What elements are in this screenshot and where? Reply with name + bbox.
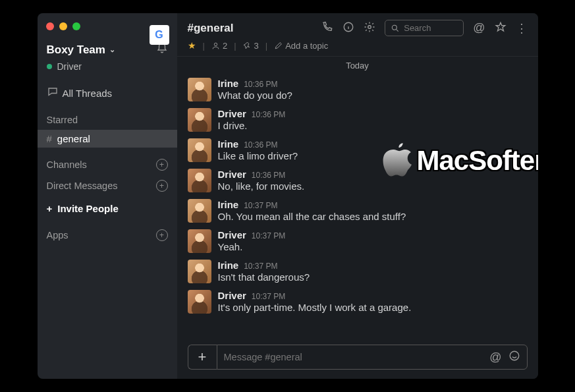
message-timestamp: 10:36 PM <box>252 110 285 119</box>
app-window: G Boxy Team ⌄ Driver All Threads Starred… <box>38 13 538 379</box>
search-icon <box>391 24 400 33</box>
message-composer: + @ <box>188 345 528 370</box>
members-count[interactable]: 2 <box>211 41 227 51</box>
avatar[interactable] <box>188 290 211 314</box>
call-icon[interactable] <box>321 21 333 36</box>
message-username[interactable]: Irine <box>218 138 239 150</box>
add-dm-button[interactable]: + <box>156 180 168 192</box>
emoji-button[interactable] <box>508 350 520 365</box>
add-topic-label: Add a topic <box>285 41 328 51</box>
message-text: I drive. <box>218 120 528 131</box>
all-threads-label: All Threads <box>63 88 113 99</box>
add-app-button[interactable]: + <box>156 229 168 241</box>
channel-name: general <box>57 133 90 144</box>
avatar[interactable] <box>188 169 211 192</box>
message-row: Driver10:36 PMNo, like, for movies. <box>188 165 528 196</box>
channel-header: #general @ ⋮ ★ | <box>177 13 538 57</box>
sidebar: G Boxy Team ⌄ Driver All Threads Starred… <box>38 13 177 379</box>
message-row: Driver10:37 PMIt's only part-time. Mostl… <box>188 287 528 317</box>
message-row: Driver10:36 PMI drive. <box>188 105 528 135</box>
message-text: Like a limo driver? <box>218 150 528 161</box>
avatar[interactable] <box>188 199 211 223</box>
mention-button[interactable]: @ <box>489 350 501 364</box>
invite-people-link[interactable]: + Invite People <box>38 196 177 221</box>
add-topic-button[interactable]: Add a topic <box>274 41 328 51</box>
message-row: Irine10:37 PMOh. You mean all the car ch… <box>188 196 528 226</box>
date-divider: Today <box>177 57 538 72</box>
channel-title[interactable]: #general <box>188 22 234 35</box>
message-username[interactable]: Irine <box>218 78 239 89</box>
team-switcher[interactable]: Boxy Team ⌄ <box>47 43 115 57</box>
message-username[interactable]: Irine <box>218 199 239 210</box>
message-row: Driver10:37 PMYeah. <box>188 226 528 256</box>
apps-label: Apps <box>47 230 68 240</box>
message-timestamp: 10:37 PM <box>252 231 285 240</box>
all-threads-link[interactable]: All Threads <box>38 80 177 107</box>
translate-app-badge[interactable]: G <box>150 25 169 45</box>
avatar[interactable] <box>188 260 211 283</box>
channel-item-general[interactable]: #general <box>38 130 177 148</box>
message-timestamp: 10:36 PM <box>244 140 277 150</box>
message-row: Irine10:37 PMIsn't that dangerous? <box>188 256 528 287</box>
main-panel: #general @ ⋮ ★ | <box>177 13 538 379</box>
pins-count[interactable]: 3 <box>243 41 259 51</box>
message-text: Yeah. <box>218 241 528 252</box>
mentions-icon[interactable]: @ <box>473 21 485 35</box>
message-row: Irine10:36 PMLike a limo driver? <box>188 135 528 165</box>
window-controls <box>46 22 80 30</box>
avatar[interactable] <box>188 138 211 162</box>
message-text: No, like, for movies. <box>218 181 528 192</box>
svg-point-3 <box>214 43 217 45</box>
starred-label: Starred <box>47 115 78 125</box>
message-text: What do you do? <box>218 90 528 101</box>
message-timestamp: 10:37 PM <box>252 292 285 301</box>
starred-section-header[interactable]: Starred <box>38 107 177 130</box>
presence-indicator <box>47 64 52 69</box>
chevron-down-icon: ⌄ <box>109 45 115 54</box>
info-icon[interactable] <box>342 21 354 36</box>
channels-label: Channels <box>47 159 87 170</box>
maximize-window-button[interactable] <box>72 22 80 30</box>
gear-icon[interactable] <box>364 21 375 36</box>
message-timestamp: 10:36 PM <box>252 171 285 180</box>
message-row: Irine10:36 PMWhat do you do? <box>188 74 528 105</box>
message-username[interactable]: Driver <box>218 169 246 180</box>
message-username[interactable]: Irine <box>218 260 239 271</box>
invite-label: Invite People <box>57 203 119 214</box>
attach-button[interactable]: + <box>188 345 217 370</box>
star-icon[interactable] <box>495 21 507 36</box>
dm-label: Direct Messages <box>47 181 118 191</box>
message-text: Oh. You mean all the car chases and stuf… <box>218 211 528 222</box>
svg-point-2 <box>393 25 397 30</box>
message-text: Isn't that dangerous? <box>218 271 528 283</box>
team-name-label: Boxy Team <box>47 43 105 57</box>
message-username[interactable]: Driver <box>218 108 246 119</box>
threads-icon <box>47 86 57 100</box>
message-username[interactable]: Driver <box>218 290 246 301</box>
message-timestamp: 10:37 PM <box>244 262 277 271</box>
minimize-window-button[interactable] <box>59 22 67 30</box>
channels-section-header[interactable]: Channels + <box>38 154 177 175</box>
message-input[interactable] <box>224 345 483 369</box>
plus-icon: + <box>47 203 53 214</box>
starred-indicator-icon[interactable]: ★ <box>188 40 196 51</box>
current-user-row[interactable]: Driver <box>38 61 177 80</box>
svg-point-1 <box>368 25 371 28</box>
avatar[interactable] <box>188 229 211 253</box>
dm-section-header[interactable]: Direct Messages + <box>38 175 177 196</box>
add-channel-button[interactable]: + <box>156 159 168 171</box>
more-icon[interactable]: ⋮ <box>516 21 528 36</box>
avatar[interactable] <box>188 78 211 101</box>
message-timestamp: 10:37 PM <box>244 201 277 210</box>
apps-section-header[interactable]: Apps + <box>38 225 177 246</box>
search-input[interactable] <box>404 23 450 33</box>
message-timestamp: 10:36 PM <box>244 80 277 89</box>
avatar[interactable] <box>188 108 211 132</box>
current-user-name: Driver <box>57 61 82 72</box>
message-username[interactable]: Driver <box>218 229 246 240</box>
svg-point-4 <box>510 351 519 360</box>
message-list[interactable]: MacSofter Irine10:36 PMWhat do you do?Dr… <box>177 72 538 338</box>
message-text: It's only part-time. Mostly I work at a … <box>218 302 528 313</box>
close-window-button[interactable] <box>46 22 54 30</box>
search-box[interactable] <box>385 20 464 36</box>
